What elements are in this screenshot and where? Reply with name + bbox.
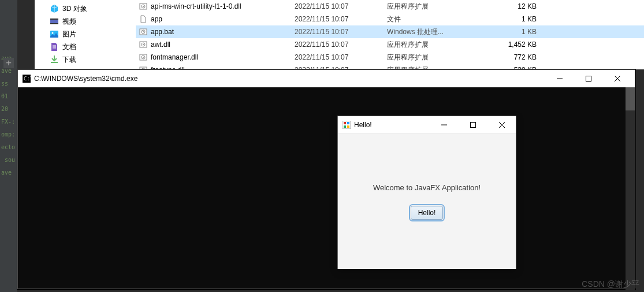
pictures-icon: [50, 29, 59, 39]
file-row[interactable]: app2022/11/15 10:07文件1 KB: [136, 13, 644, 25]
ide-line: ss: [0, 77, 17, 90]
cmd-scrollbar[interactable]: [626, 87, 635, 290]
sidebar-item[interactable]: 3D 对象: [35, 2, 136, 15]
javafx-body: Welcome to JavaFX Application! Hello!: [338, 134, 516, 269]
javafx-titlebar[interactable]: Hello!: [338, 116, 516, 134]
cmd-title: C:\WINDOWS\system32\cmd.exe: [34, 75, 544, 83]
file-size: 1 KB: [488, 13, 540, 25]
sidebar-item[interactable]: 视频: [35, 15, 136, 28]
file-date: 2022/11/15 10:07: [295, 51, 387, 64]
ide-line: ecto: [0, 141, 17, 154]
file-name: api-ms-win-crt-utility-l1-1-0.dll: [151, 0, 241, 13]
svg-rect-28: [344, 122, 346, 124]
file-type: 应用程序扩展: [387, 51, 488, 64]
close-button[interactable]: [489, 116, 515, 134]
close-button[interactable]: [605, 70, 630, 87]
sidebar-item-label: 3D 对象: [62, 4, 87, 14]
cmd-titlebar[interactable]: C:\ C:\WINDOWS\system32\cmd.exe: [18, 70, 635, 87]
cmd-terminal[interactable]: [18, 87, 635, 289]
minimize-button[interactable]: [431, 116, 457, 134]
sidebar-item[interactable]: 文档: [35, 40, 136, 53]
video-icon: [50, 17, 59, 26]
maximize-button[interactable]: [576, 70, 601, 87]
javafx-window: Hello! Welcome to JavaFX Application! He…: [337, 116, 516, 269]
javafx-app-icon: [343, 121, 351, 129]
gear-icon: [139, 28, 147, 36]
file-type: 应用程序扩展: [387, 38, 488, 51]
file-icon: [139, 15, 147, 23]
svg-point-8: [143, 6, 144, 7]
ide-line: 01: [0, 90, 17, 103]
sidebar-item-label: 视频: [62, 17, 76, 27]
file-row[interactable]: awt.dll2022/11/15 10:07应用程序扩展1,452 KB: [136, 38, 644, 51]
explorer-sidebar: 3D 对象视频图片文档下载: [35, 0, 136, 69]
file-name: app: [151, 13, 162, 25]
javafx-title: Hello!: [354, 121, 428, 129]
maximize-button[interactable]: [460, 116, 486, 134]
file-size: 772 KB: [488, 51, 540, 64]
file-date: 2022/11/15 10:07: [295, 25, 387, 38]
document-icon: [50, 42, 59, 51]
minimize-button[interactable]: [547, 70, 572, 87]
file-row[interactable]: fontmanager.dll2022/11/15 10:07应用程序扩展772…: [136, 51, 644, 64]
file-size: 12 KB: [488, 0, 540, 13]
svg-rect-1: [50, 19, 58, 20]
gear-icon: [139, 53, 147, 61]
file-name: fontmanager.dll: [151, 51, 198, 64]
sidebar-item[interactable]: 下载: [35, 53, 136, 66]
svg-rect-5: [51, 62, 58, 63]
hello-button[interactable]: Hello!: [411, 206, 444, 220]
svg-rect-29: [347, 122, 349, 124]
cube-icon: [50, 4, 59, 13]
svg-text:C:\: C:\: [24, 76, 31, 82]
file-name: app.bat: [151, 25, 174, 38]
gear-icon: [139, 40, 147, 49]
file-type: 应用程序扩展: [387, 0, 488, 13]
svg-rect-2: [50, 23, 58, 24]
welcome-label: Welcome to JavaFX Application!: [373, 183, 481, 192]
file-size: 1 KB: [488, 25, 540, 38]
svg-rect-33: [471, 122, 476, 127]
svg-point-14: [143, 44, 144, 45]
watermark: CSDN @谢少平: [582, 279, 639, 290]
sidebar-item[interactable]: 图片: [35, 28, 136, 40]
explorer-file-list: api-ms-win-crt-utility-l1-1-0.dll2022/11…: [136, 0, 644, 69]
gear-icon: [139, 2, 147, 10]
file-name: awt.dll: [151, 38, 170, 51]
svg-point-17: [143, 57, 144, 58]
svg-point-4: [52, 32, 54, 34]
download-icon: [50, 55, 59, 64]
ide-background: + aveavess0120FX-:omp:ecto souave: [0, 0, 17, 292]
svg-point-11: [143, 31, 144, 32]
ide-line: sou: [0, 154, 17, 167]
ide-line: 20: [0, 103, 17, 116]
svg-rect-31: [347, 125, 349, 128]
sidebar-item-label: 文档: [62, 42, 76, 52]
sidebar-item-label: 图片: [62, 29, 76, 39]
file-type: Windows 批处理...: [387, 25, 488, 38]
ide-add-button[interactable]: +: [3, 58, 14, 68]
file-row[interactable]: app.bat2022/11/15 10:07Windows 批处理...1 K…: [136, 25, 644, 38]
file-date: 2022/11/15 10:07: [295, 38, 387, 51]
cmd-icon: C:\: [23, 75, 31, 83]
cmd-window: C:\ C:\WINDOWS\system32\cmd.exe: [17, 69, 635, 289]
ide-line: ave: [0, 167, 17, 179]
ide-line: FX-:: [0, 116, 17, 128]
file-date: 2022/11/15 10:07: [295, 0, 387, 13]
file-date: 2022/11/15 10:07: [295, 13, 387, 25]
file-row[interactable]: api-ms-win-crt-utility-l1-1-0.dll2022/11…: [136, 0, 644, 13]
ide-line: omp:: [0, 128, 17, 141]
sidebar-item-label: 下载: [62, 55, 76, 65]
file-size: 1,452 KB: [488, 38, 540, 51]
file-type: 文件: [387, 13, 488, 25]
cmd-scrollbar-thumb[interactable]: [626, 87, 635, 110]
svg-rect-30: [344, 125, 346, 128]
svg-rect-24: [586, 76, 591, 82]
file-explorer: 3D 对象视频图片文档下载 api-ms-win-crt-utility-l1-…: [35, 0, 644, 69]
